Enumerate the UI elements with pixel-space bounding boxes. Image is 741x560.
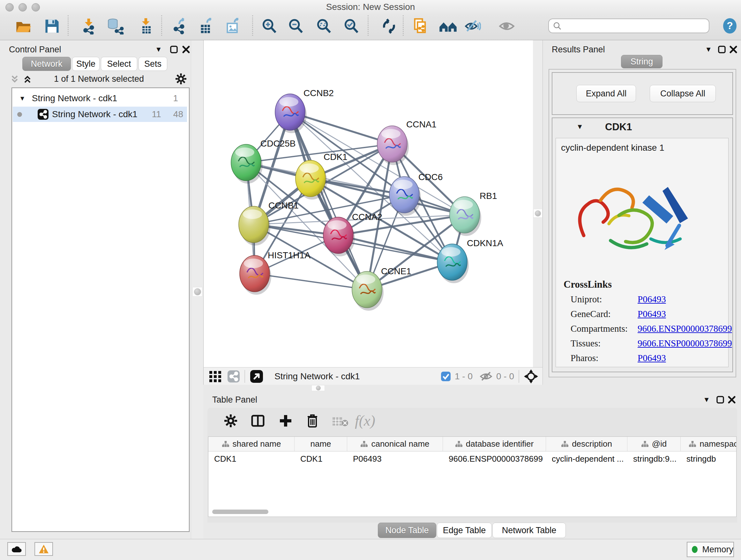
node-RB1[interactable] (450, 197, 481, 236)
create-column-icon[interactable] (278, 414, 293, 428)
show-all-eye-icon[interactable] (498, 18, 515, 35)
import-table-icon[interactable] (138, 18, 154, 35)
table-cell[interactable]: 9606.ENSP00000378699 (443, 452, 546, 466)
column-header-database-identifier[interactable]: database identifier (443, 437, 546, 451)
double-home-icon[interactable] (439, 18, 458, 35)
column-header-description[interactable]: description (546, 437, 627, 451)
expand-all-icon[interactable] (22, 74, 32, 84)
float-panel-icon[interactable] (718, 45, 726, 54)
zoom-in-icon[interactable] (261, 18, 278, 35)
export-image-icon[interactable] (225, 18, 242, 35)
node-CDKN1A[interactable] (437, 244, 469, 283)
network-collection-row[interactable]: ▼ String Network - cdk1 1 (13, 91, 187, 106)
table-cell[interactable]: CDK1 (294, 452, 347, 466)
collapse-all-icon[interactable] (10, 74, 20, 84)
column-header-canonical-name[interactable]: canonical name (347, 437, 443, 451)
crosslink-link[interactable]: 9606.ENSP00000378699 (637, 323, 732, 334)
panel-menu-icon[interactable]: ▼ (155, 45, 162, 54)
table-cell[interactable]: P06493 (347, 452, 443, 466)
crosshair-icon[interactable] (524, 369, 538, 384)
panel-menu-icon[interactable]: ▼ (705, 45, 712, 54)
node-CCNB1[interactable] (239, 206, 270, 246)
network-canvas[interactable]: CCNB2CCNA1CDC25BCDK1CDC6RB1CCNB1CCNA2CDK… (203, 40, 533, 367)
horizontal-scrollbar[interactable] (212, 509, 268, 514)
show-columns-icon[interactable] (251, 414, 265, 428)
zoom-selected-icon[interactable] (343, 18, 360, 35)
zoom-fit-icon[interactable] (316, 18, 332, 35)
crosslink-link[interactable]: P06493 (637, 353, 666, 363)
collapse-all-button[interactable]: Collapse All (650, 85, 716, 102)
open-in-window-icon[interactable] (250, 369, 264, 383)
table-cell[interactable]: stringdb:9... (627, 452, 681, 466)
table-cell[interactable]: CDK1 (208, 452, 294, 466)
table-cell[interactable]: cyclin-dependent ... (546, 452, 627, 466)
node-CCNE1[interactable] (352, 271, 384, 311)
hidden-eye-slash-icon[interactable] (480, 371, 492, 382)
results-splitter[interactable] (533, 40, 542, 367)
panel-menu-icon[interactable]: ▼ (703, 395, 710, 404)
node-table[interactable]: shared namenamecanonical namedatabase id… (208, 436, 737, 517)
apply-layout-icon[interactable] (381, 18, 397, 35)
horizontal-splitter[interactable] (203, 385, 741, 391)
import-network-database-icon[interactable] (106, 18, 125, 35)
splitter-handle[interactable] (316, 386, 321, 390)
close-panel-icon[interactable] (729, 45, 738, 54)
edge-CDK1-RB1[interactable] (311, 179, 465, 215)
table-cell[interactable]: stringdb (681, 452, 737, 466)
tab-string[interactable]: String (621, 55, 663, 68)
delete-column-icon[interactable] (305, 413, 320, 429)
open-session-icon[interactable] (14, 18, 32, 35)
close-panel-icon[interactable] (728, 395, 736, 404)
close-panel-icon[interactable] (182, 45, 190, 54)
splitter-handle[interactable] (194, 288, 201, 295)
zoom-out-icon[interactable] (287, 18, 304, 35)
tab-edge-table[interactable]: Edge Table (437, 523, 492, 538)
splitter-handle[interactable] (535, 210, 541, 216)
node-CDK1[interactable] (295, 160, 327, 199)
view-share-icon[interactable] (227, 370, 240, 383)
column-header--id[interactable]: @id (627, 437, 681, 451)
memory-button[interactable]: Memory (687, 542, 734, 557)
network-options-gear-icon[interactable] (175, 73, 187, 85)
edge-HIST1H1A-CCNE1[interactable] (255, 273, 367, 290)
tab-network-table[interactable]: Network Table (492, 523, 566, 538)
help-button[interactable]: ? (722, 18, 738, 34)
tab-style[interactable]: Style (72, 57, 99, 71)
tab-network[interactable]: Network (22, 57, 71, 71)
search-input[interactable] (548, 18, 710, 33)
tab-select[interactable]: Select (101, 57, 137, 71)
column-header-name[interactable]: name (294, 437, 347, 451)
column-header-namespace[interactable]: namespace (681, 437, 737, 451)
node-CCNA2[interactable] (323, 217, 355, 256)
clone-network-icon[interactable] (412, 18, 428, 35)
crosslink-link[interactable]: 9606.ENSP00000378699 (637, 338, 732, 349)
table-options-gear-icon[interactable] (223, 414, 238, 428)
tab-sets[interactable]: Sets (138, 57, 167, 71)
warning-status-button[interactable] (35, 542, 53, 556)
float-panel-icon[interactable] (170, 45, 178, 54)
network-graph[interactable]: CCNB2CCNA1CDC25BCDK1CDC6RB1CCNB1CCNA2CDK… (204, 40, 533, 367)
node-CDC6[interactable] (389, 177, 421, 216)
expand-all-button[interactable]: Expand All (576, 85, 636, 102)
node-CCNB2[interactable] (275, 94, 307, 133)
edge-CCNB2-CCNE1[interactable] (290, 112, 367, 290)
float-panel-icon[interactable] (716, 395, 724, 404)
export-network-icon[interactable] (172, 18, 188, 35)
view-grid-icon[interactable] (209, 370, 222, 383)
node-HIST1H1A[interactable] (240, 255, 271, 295)
cloud-status-button[interactable] (7, 542, 26, 556)
column-header-shared-name[interactable]: shared name (208, 437, 294, 451)
import-network-file-icon[interactable] (81, 18, 97, 35)
tab-node-table[interactable]: Node Table (378, 523, 436, 538)
crosslink-link[interactable]: P06493 (637, 294, 666, 305)
entry-expand-icon[interactable]: ▼ (576, 123, 583, 131)
node-CDC25B[interactable] (231, 144, 263, 184)
hide-selected-eye-icon[interactable] (464, 18, 481, 35)
save-session-icon[interactable] (44, 18, 60, 35)
selected-checkbox-icon[interactable] (441, 371, 451, 381)
crosslink-link[interactable]: P06493 (637, 309, 666, 319)
export-table-icon[interactable] (198, 18, 215, 35)
vertical-splitter[interactable] (191, 40, 204, 539)
collection-expand-icon[interactable]: ▼ (19, 95, 25, 102)
network-row[interactable]: String Network - cdk1 11 48 (13, 107, 187, 122)
